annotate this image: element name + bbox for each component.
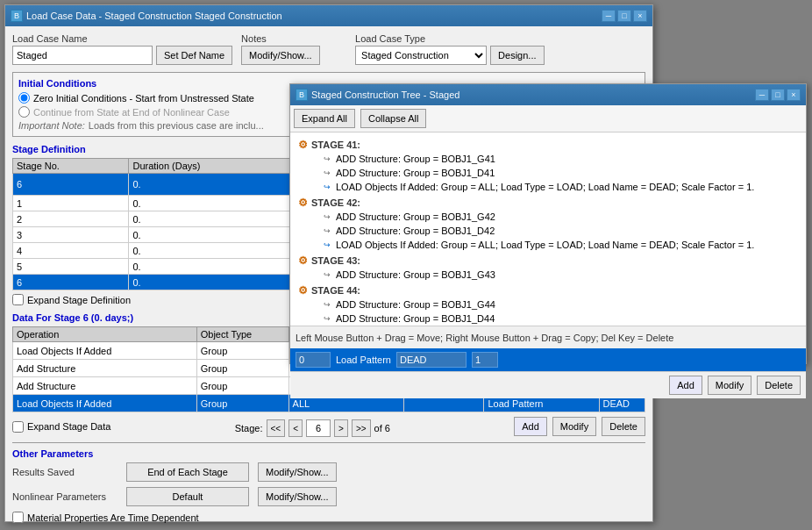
material-properties-label: Material Properties Are Time Dependent	[27, 512, 199, 523]
struct-icon: ↪	[320, 298, 334, 311]
item-text: ADD Structure: Group = BOBJ1_G41	[336, 154, 495, 164]
load-case-name-input[interactable]	[12, 46, 153, 65]
nav-prev-button[interactable]: <	[288, 419, 303, 437]
tree-item[interactable]: ↪ ADD Structure: Group = BOBJ1_D42	[294, 224, 802, 238]
stage-number-input[interactable]	[306, 419, 331, 437]
stage-icon: ⚙	[296, 197, 310, 209]
other-params-title: Other Parameters	[12, 448, 645, 459]
notes-modify-button[interactable]: Modify/Show...	[241, 46, 320, 65]
scale-factor-input[interactable]	[472, 352, 498, 368]
results-saved-label: Results Saved	[12, 467, 118, 477]
tree-delete-button[interactable]: Delete	[757, 376, 801, 395]
struct-icon: ↪	[320, 225, 334, 237]
continue-conditions-label: Continue from State at End of Nonlinear …	[33, 107, 230, 118]
struct-icon: ↪	[320, 312, 334, 325]
tree-item[interactable]: ↪ ADD Structure: Group = BOBJ1_D44	[294, 312, 802, 326]
struct-icon: ↪	[320, 153, 334, 165]
tree-stage-42[interactable]: ⚙ STAGE 42:	[294, 196, 802, 210]
tree-item[interactable]: ↪ LOAD Objects If Added: Group = ALL; Lo…	[294, 238, 802, 252]
item-text: ADD Structure: Group = BOBJ1_G43	[336, 269, 495, 280]
results-saved-value[interactable]: End of Each Stage	[126, 462, 249, 482]
expand-stage-data-label: Expand Stage Data	[27, 421, 110, 432]
modify-button[interactable]: Modify	[552, 417, 596, 436]
load-case-name-section: Load Case Name Set Def Name	[12, 33, 232, 65]
expand-stage-data-checkbox[interactable]	[12, 421, 24, 433]
item-text: ADD Structure: Group = BOBJ1_D44	[336, 313, 495, 324]
tree-action-buttons: Add Modify Delete	[290, 371, 806, 398]
item-text: ADD Structure: Group = BOBJ1_D41	[336, 168, 495, 178]
tree-maximize-button[interactable]: □	[771, 89, 785, 101]
col-duration: Duration (Days)	[129, 159, 302, 174]
expand-stage-definition-checkbox[interactable]	[12, 294, 24, 305]
tree-minimize-button[interactable]: ─	[755, 89, 769, 101]
nav-last-button[interactable]: >>	[352, 419, 371, 437]
item-text: ADD Structure: Group = BOBJ1_D42	[336, 226, 495, 236]
cell-duration: 0.	[129, 174, 302, 196]
tree-item[interactable]: ↪ ADD Structure: Group = BOBJ1_D41	[294, 166, 802, 180]
stage-nav: Stage: << < > >> of 6	[235, 419, 390, 437]
stage-icon: ⚙	[296, 139, 310, 151]
results-modify-button[interactable]: Modify/Show...	[258, 462, 337, 482]
tree-app-icon: B	[296, 89, 308, 101]
tree-stage-41[interactable]: ⚙ STAGE 41:	[294, 138, 802, 152]
stage-43-label: STAGE 43:	[311, 255, 360, 266]
stage-41-label: STAGE 41:	[311, 140, 360, 150]
tree-window-title: Staged Construction Tree - Staged	[311, 90, 459, 100]
load-case-type-section: Load Case Type Staged Construction Linea…	[355, 33, 544, 65]
tree-toolbar: Expand All Collapse All	[290, 105, 806, 132]
material-properties-checkbox[interactable]	[12, 512, 24, 523]
stage-icon: ⚙	[296, 254, 310, 267]
design-button[interactable]: Design...	[490, 46, 544, 65]
tree-modify-button[interactable]: Modify	[708, 376, 751, 395]
tree-window: B Staged Construction Tree - Staged ─ □ …	[289, 83, 807, 364]
stage-44-label: STAGE 44:	[311, 285, 360, 296]
op-cell: Load Objects If Added	[13, 342, 197, 360]
collapse-all-button[interactable]: Collapse All	[360, 109, 426, 128]
expand-stage-data-row: Expand Stage Data	[12, 421, 110, 433]
tree-item[interactable]: ↪ ADD Structure: Group = BOBJ1_G44	[294, 297, 802, 312]
zero-conditions-radio[interactable]	[18, 92, 30, 104]
close-button[interactable]: ×	[633, 10, 647, 22]
tree-item[interactable]: ↪ ADD Structure: Group = BOBJ1_G43	[294, 268, 802, 282]
tree-stage-43[interactable]: ⚙ STAGE 43:	[294, 254, 802, 268]
load-pattern-label: Load Pattern	[336, 355, 391, 365]
add-button[interactable]: Add	[514, 417, 547, 436]
tree-item[interactable]: ↪ ADD Structure: Group = BOBJ1_G42	[294, 210, 802, 224]
material-checkbox-row: Material Properties Are Time Dependent	[12, 512, 645, 523]
nonlinear-label: Nonlinear Parameters	[12, 491, 118, 502]
load-case-name-label: Load Case Name	[12, 33, 232, 44]
status-text: Left Mouse Button + Drag = Move; Right M…	[296, 333, 673, 343]
expand-all-button[interactable]: Expand All	[294, 109, 355, 128]
load-icon: ↪	[320, 181, 334, 193]
col-operation: Operation	[13, 327, 197, 342]
nav-first-button[interactable]: <<	[267, 419, 286, 437]
set-def-name-button[interactable]: Set Def Name	[156, 46, 232, 65]
selected-row-col1-input[interactable]	[296, 352, 331, 368]
tree-close-button[interactable]: ×	[787, 89, 801, 101]
nav-next-button[interactable]: >	[334, 419, 348, 437]
tree-add-button[interactable]: Add	[669, 376, 702, 395]
struct-icon: ↪	[320, 167, 334, 179]
tree-stage-44[interactable]: ⚙ STAGE 44:	[294, 283, 802, 297]
expand-stage-definition-label: Expand Stage Definition	[27, 295, 131, 305]
main-window-title: Load Case Data - Staged Construction Sta…	[26, 11, 282, 21]
nonlinear-modify-button[interactable]: Modify/Show...	[258, 487, 337, 506]
load-case-type-select[interactable]: Staged Construction Linear Static Nonlin…	[355, 46, 487, 65]
maximize-button[interactable]: □	[617, 10, 631, 22]
tree-item[interactable]: ↪ LOAD Objects If Added: Group = ALL; Lo…	[294, 180, 802, 194]
item-text: ADD Structure: Group = BOBJ1_G42	[336, 211, 495, 222]
stage-nav-label: Stage:	[235, 423, 263, 433]
load-pattern-input[interactable]	[396, 352, 467, 368]
notes-section: Notes Modify/Show...	[241, 33, 346, 65]
item-text: ADD Structure: Group = BOBJ1_G44	[336, 299, 495, 310]
minimize-button[interactable]: ─	[602, 10, 616, 22]
delete-button[interactable]: Delete	[602, 417, 645, 436]
nonlinear-value[interactable]: Default	[126, 487, 249, 506]
col-object-type: Object Type	[196, 327, 288, 342]
top-row: Load Case Name Set Def Name Notes Modify…	[12, 33, 645, 65]
continue-conditions-radio[interactable]	[18, 106, 30, 118]
cell-stage-no: 6	[13, 174, 129, 196]
other-params-section: Other Parameters Results Saved End of Ea…	[12, 442, 645, 523]
item-text: LOAD Objects If Added: Group = ALL; Load…	[336, 182, 754, 192]
tree-item[interactable]: ↪ ADD Structure: Group = BOBJ1_G41	[294, 152, 802, 166]
